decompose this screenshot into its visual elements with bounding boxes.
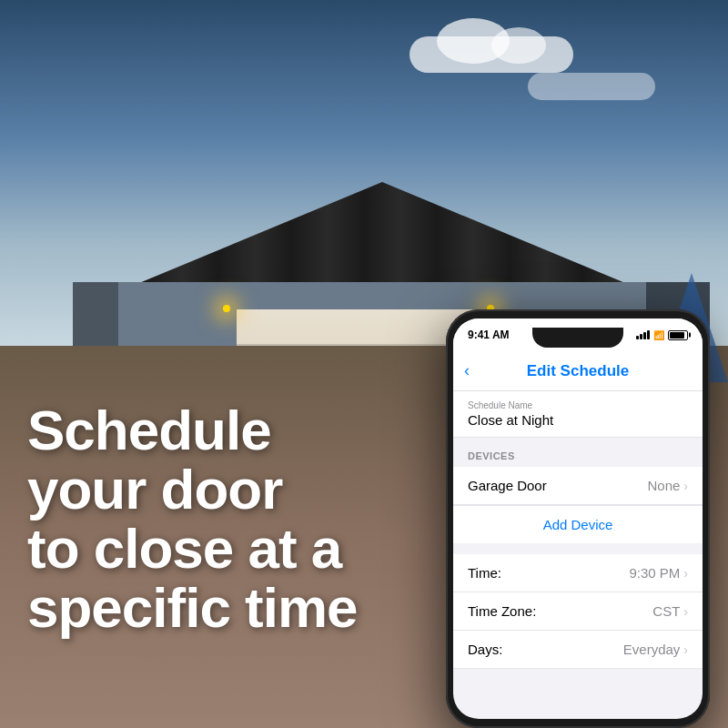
phone: 9:41 AM 📶 xyxy=(446,309,710,728)
days-row[interactable]: Days: Everyday › xyxy=(453,631,703,669)
phone-frame: 9:41 AM 📶 xyxy=(446,309,710,728)
headline-line-1: Schedule xyxy=(27,399,271,461)
days-label: Days: xyxy=(468,642,502,657)
time-right: 9:30 PM › xyxy=(629,565,688,581)
add-device-label: Add Device xyxy=(543,517,613,532)
schedule-name-field[interactable]: Schedule Name Close at Night xyxy=(453,391,703,438)
wifi-icon: 📶 xyxy=(653,330,664,340)
garage-door-row[interactable]: Garage Door None › xyxy=(453,467,703,505)
cloud-1 xyxy=(410,36,573,73)
timezone-value: CST xyxy=(652,603,680,619)
divider-1 xyxy=(453,543,703,554)
days-chevron: › xyxy=(683,642,688,657)
nav-bar: ‹ Edit Schedule xyxy=(453,351,703,391)
headline-line-2: your door xyxy=(27,458,282,521)
form-content: Schedule Name Close at Night DEVICES Gar… xyxy=(453,391,703,669)
garage-door-label: Garage Door xyxy=(468,478,547,493)
days-right: Everyday › xyxy=(623,642,688,657)
days-value: Everyday xyxy=(623,642,681,657)
garage-door-chevron: › xyxy=(683,479,688,493)
headline: Schedule your door to close at a specifi… xyxy=(27,400,410,637)
time-chevron: › xyxy=(683,566,688,581)
timezone-right: CST › xyxy=(652,603,688,619)
battery-icon xyxy=(668,330,688,340)
headline-line-4: specific time xyxy=(27,576,358,639)
nav-title: Edit Schedule xyxy=(527,362,629,380)
signal-icon xyxy=(636,330,650,339)
timezone-row[interactable]: Time Zone: CST › xyxy=(453,592,703,631)
schedule-name-label: Schedule Name xyxy=(468,400,688,410)
phone-screen: 9:41 AM 📶 xyxy=(453,318,703,719)
status-icons: 📶 xyxy=(636,330,688,340)
add-device-button[interactable]: Add Device xyxy=(453,505,703,543)
schedule-name-value: Close at Night xyxy=(468,412,688,428)
time-value: 9:30 PM xyxy=(629,565,680,581)
headline-line-3: to close at a xyxy=(27,517,341,580)
phone-notch xyxy=(532,328,623,348)
time-row[interactable]: Time: 9:30 PM › xyxy=(453,554,703,592)
garage-door-right: None › xyxy=(647,478,688,493)
time-label: Time: xyxy=(468,565,501,581)
spotlight-left xyxy=(223,305,230,312)
garage-door-value: None xyxy=(647,478,680,493)
timezone-label: Time Zone: xyxy=(468,603,536,619)
timezone-chevron: › xyxy=(683,604,688,619)
cloud-2 xyxy=(528,73,655,100)
status-time: 9:41 AM xyxy=(468,329,510,341)
devices-section-header: DEVICES xyxy=(453,438,703,467)
back-button[interactable]: ‹ xyxy=(464,361,470,380)
